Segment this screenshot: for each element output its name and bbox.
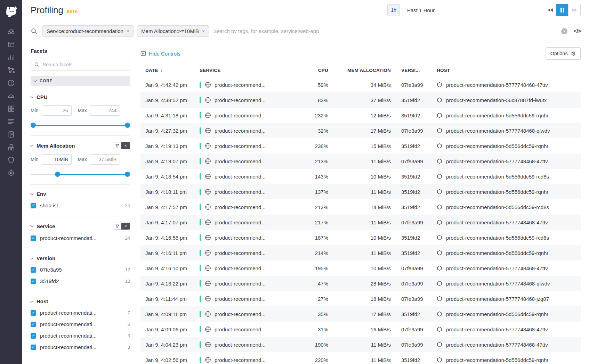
- facet-item[interactable]: ✓ product-recommendati... 6: [31, 321, 130, 327]
- errors-icon[interactable]: [7, 79, 15, 87]
- checkbox-checked[interactable]: ✓: [31, 267, 36, 273]
- table-row[interactable]: Jan 9, 4:16:58 pm product-recommend... 1…: [140, 230, 581, 245]
- infrastructure-icon[interactable]: [7, 105, 15, 113]
- hide-controls-link[interactable]: Hide Controls: [140, 51, 180, 57]
- apm-icon[interactable]: [7, 66, 15, 74]
- core-label: CORE: [40, 78, 53, 83]
- host-name: product-recommendation-5777748468-qlwdv: [446, 128, 550, 134]
- slider-handle-min[interactable]: [31, 123, 36, 128]
- table-row[interactable]: Jan 9, 4:27:32 pm product-recommend... 3…: [140, 123, 581, 138]
- filter-pill[interactable]: Mem Allocation:>=10MiB ×: [137, 25, 209, 37]
- checkbox-checked[interactable]: ✓: [31, 333, 36, 339]
- column-header-cpu[interactable]: CPU: [290, 68, 328, 73]
- table-row[interactable]: Jan 9, 4:18:54 pm product-recommend... 1…: [140, 169, 581, 184]
- table-row[interactable]: Jan 9, 4:42:42 pm product-recommend... 5…: [140, 77, 581, 92]
- clear-search-icon[interactable]: ×: [561, 28, 567, 34]
- host-hexagon-icon: [437, 311, 442, 317]
- profile-mem-allocation: 10 MiB/s: [328, 265, 391, 271]
- sort-desc-icon: ↓: [160, 68, 163, 73]
- table-row[interactable]: Jan 9, 4:09:11 pm product-recommend... 3…: [140, 306, 581, 322]
- facet-item[interactable]: ✓ 07fe3a99 12: [31, 267, 130, 273]
- remove-filter-button[interactable]: ×: [121, 142, 130, 149]
- table-row[interactable]: Jan 9, 4:17:07 pm product-recommend... 2…: [140, 215, 581, 230]
- table-row[interactable]: Jan 9, 4:02:56 pm product-recommend... 2…: [140, 352, 581, 364]
- cpu-max-input[interactable]: [90, 105, 120, 116]
- metrics-icon[interactable]: [7, 53, 15, 61]
- facet-header-cpu[interactable]: CPU: [31, 94, 130, 100]
- filter-funnel-button[interactable]: [113, 223, 122, 230]
- datadog-logo-icon[interactable]: [3, 3, 19, 18]
- table-row[interactable]: Jan 9, 4:16:11 pm product-recommend... 2…: [140, 245, 581, 260]
- facet-header-version[interactable]: Version: [31, 255, 130, 261]
- profile-type-indicator: [200, 250, 201, 256]
- core-section-toggle[interactable]: CORE: [31, 76, 130, 86]
- checkbox-checked[interactable]: ✓: [31, 310, 36, 316]
- column-header-date[interactable]: DATE↓: [140, 68, 200, 73]
- table-row[interactable]: Jan 9, 4:09:06 pm product-recommend... 3…: [140, 322, 581, 337]
- table-row[interactable]: Jan 9, 4:38:52 pm product-recommend... 8…: [140, 92, 581, 108]
- column-header-mem-allocation[interactable]: MEM ALLOCATION: [328, 68, 391, 73]
- profile-host-cell: product-recommendation-5d556ddc59-rcd8s: [433, 204, 581, 210]
- slider-handle-max[interactable]: [125, 172, 130, 177]
- time-shortcut-badge[interactable]: 1h: [387, 4, 400, 16]
- table-row[interactable]: Jan 9, 4:19:13 pm product-recommend... 2…: [140, 138, 581, 154]
- slider-handle-max[interactable]: [125, 123, 130, 128]
- facet-item[interactable]: ✓ shop.ist 24: [31, 202, 130, 208]
- checkbox-checked[interactable]: ✓: [31, 345, 36, 350]
- filter-funnel-button[interactable]: [113, 142, 122, 149]
- profile-mem-allocation: 17 MiB/s: [328, 311, 391, 317]
- facet-item[interactable]: ✓ product-recommendati... 3: [31, 344, 130, 350]
- settings-icon[interactable]: [7, 169, 15, 177]
- rewind-button[interactable]: [544, 4, 556, 16]
- table-row[interactable]: Jan 9, 4:19:07 pm product-recommend... 2…: [140, 154, 581, 169]
- remove-filter-button[interactable]: ×: [121, 223, 130, 230]
- facet-header-env[interactable]: Env: [31, 191, 130, 197]
- table-row[interactable]: Jan 9, 4:31:18 pm product-recommend... 2…: [140, 108, 581, 123]
- facet-item[interactable]: ✓ 3519fd2 12: [31, 278, 130, 284]
- checkbox-checked[interactable]: ✓: [31, 322, 36, 327]
- table-row[interactable]: Jan 9, 4:18:11 pm product-recommend... 1…: [140, 184, 581, 199]
- mem-max-input[interactable]: [90, 154, 120, 165]
- pause-button[interactable]: [556, 4, 568, 16]
- cpu-min-input[interactable]: [42, 105, 72, 116]
- table-row[interactable]: Jan 9, 4:04:23 pm product-recommend... 1…: [140, 337, 581, 352]
- remove-pill-icon[interactable]: ×: [127, 28, 129, 34]
- code-view-toggle-icon[interactable]: </>: [574, 28, 581, 34]
- facet-group-cpu: CPU Min Max: [31, 88, 130, 136]
- facet-item[interactable]: ✓ product-recommendati... 7: [31, 310, 130, 316]
- options-button[interactable]: Options ⚙: [546, 47, 581, 60]
- facet-header-service[interactable]: Service ×: [31, 223, 130, 230]
- table-row[interactable]: Jan 9, 4:13:22 pm product-recommend... 4…: [140, 276, 581, 291]
- facet-header-host[interactable]: Host: [31, 298, 130, 304]
- facet-search-input[interactable]: [31, 59, 130, 71]
- watchdog-icon[interactable]: [7, 27, 15, 36]
- events-icon[interactable]: [7, 40, 15, 49]
- logs-icon[interactable]: [7, 117, 15, 126]
- tag-search-input[interactable]: [212, 28, 558, 34]
- table-row[interactable]: Jan 9, 4:11:44 pm product-recommend... 2…: [140, 291, 581, 306]
- filter-pill[interactable]: Service:product-recommendation ×: [42, 25, 134, 37]
- containers-icon[interactable]: [7, 143, 15, 151]
- profile-service-cell: product-recommend...: [200, 250, 290, 256]
- profile-version: 3519fd2: [391, 235, 433, 241]
- column-header-service[interactable]: SERVICE: [200, 68, 290, 73]
- fast-forward-button[interactable]: [568, 4, 581, 16]
- table-row[interactable]: Jan 9, 4:16:10 pm product-recommend... 1…: [140, 260, 581, 276]
- checkbox-checked[interactable]: ✓: [31, 203, 36, 208]
- notebooks-icon[interactable]: [7, 130, 15, 139]
- facet-header-mem[interactable]: Mem Allocation ×: [31, 142, 130, 149]
- checkbox-checked[interactable]: ✓: [31, 279, 36, 284]
- security-icon[interactable]: [7, 156, 15, 164]
- slider-handle-min[interactable]: [55, 172, 60, 177]
- column-header-version[interactable]: VERSI...: [391, 68, 433, 73]
- time-range-select[interactable]: [403, 4, 538, 16]
- column-header-host[interactable]: HOST: [433, 68, 581, 73]
- remove-pill-icon[interactable]: ×: [202, 28, 205, 34]
- table-row[interactable]: Jan 9, 4:17:57 pm product-recommend... 2…: [140, 199, 581, 215]
- facet-item[interactable]: ✓ product-recommendati... 3: [31, 333, 130, 339]
- checkbox-checked[interactable]: ✓: [31, 235, 36, 241]
- dashboards-icon[interactable]: [7, 92, 15, 100]
- mem-min-input[interactable]: [42, 154, 72, 165]
- facet-group-env: Env ✓ shop.ist 24: [31, 185, 130, 216]
- facet-item[interactable]: ✓ product-recommendati... 24: [31, 235, 130, 241]
